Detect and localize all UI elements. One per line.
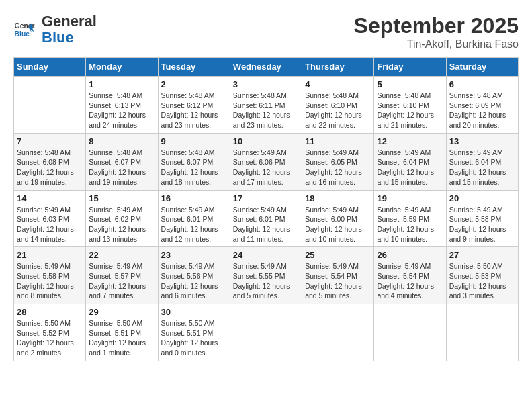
calendar-cell — [446, 304, 518, 361]
day-info: Sunrise: 5:49 AM Sunset: 6:04 PM Dayligh… — [449, 148, 515, 187]
calendar-header-row: SundayMondayTuesdayWednesdayThursdayFrid… — [14, 58, 519, 77]
calendar-cell: 17Sunrise: 5:49 AM Sunset: 6:01 PM Dayli… — [230, 190, 302, 247]
day-info: Sunrise: 5:49 AM Sunset: 6:01 PM Dayligh… — [233, 205, 299, 244]
day-info: Sunrise: 5:50 AM Sunset: 5:53 PM Dayligh… — [449, 261, 515, 301]
calendar-cell: 10Sunrise: 5:49 AM Sunset: 6:06 PM Dayli… — [230, 133, 302, 190]
calendar-cell: 4Sunrise: 5:48 AM Sunset: 6:10 PM Daylig… — [302, 77, 374, 134]
day-number: 2 — [161, 79, 227, 89]
calendar-cell: 29Sunrise: 5:50 AM Sunset: 5:51 PM Dayli… — [86, 304, 158, 361]
calendar-cell: 15Sunrise: 5:49 AM Sunset: 6:02 PM Dayli… — [86, 190, 158, 247]
day-number: 13 — [449, 136, 515, 146]
day-number: 22 — [89, 250, 154, 260]
day-info: Sunrise: 5:48 AM Sunset: 6:10 PM Dayligh… — [377, 91, 443, 130]
day-info: Sunrise: 5:48 AM Sunset: 6:12 PM Dayligh… — [161, 91, 227, 130]
day-number: 30 — [161, 307, 227, 317]
day-number: 15 — [89, 193, 154, 203]
page-header: General Blue General Blue September 2025… — [13, 13, 519, 50]
calendar-cell: 11Sunrise: 5:49 AM Sunset: 6:05 PM Dayli… — [302, 133, 374, 190]
day-number: 28 — [17, 307, 83, 317]
calendar-cell: 5Sunrise: 5:48 AM Sunset: 6:10 PM Daylig… — [374, 77, 446, 134]
day-info: Sunrise: 5:48 AM Sunset: 6:11 PM Dayligh… — [233, 91, 299, 130]
day-number: 3 — [233, 79, 299, 89]
calendar-cell: 7Sunrise: 5:48 AM Sunset: 6:08 PM Daylig… — [14, 133, 86, 190]
day-info: Sunrise: 5:49 AM Sunset: 5:58 PM Dayligh… — [449, 205, 515, 244]
svg-text:Blue: Blue — [15, 30, 30, 38]
calendar-week-row: 28Sunrise: 5:50 AM Sunset: 5:52 PM Dayli… — [14, 304, 519, 361]
day-number: 4 — [305, 79, 371, 89]
logo: General Blue General Blue — [13, 13, 97, 46]
calendar-week-row: 7Sunrise: 5:48 AM Sunset: 6:08 PM Daylig… — [14, 133, 519, 190]
calendar-cell: 23Sunrise: 5:49 AM Sunset: 5:56 PM Dayli… — [158, 247, 230, 304]
day-number: 18 — [305, 193, 371, 203]
day-info: Sunrise: 5:48 AM Sunset: 6:07 PM Dayligh… — [89, 148, 154, 187]
day-info: Sunrise: 5:48 AM Sunset: 6:07 PM Dayligh… — [161, 148, 227, 187]
day-number: 14 — [17, 193, 83, 203]
day-info: Sunrise: 5:50 AM Sunset: 5:51 PM Dayligh… — [161, 318, 227, 358]
day-info: Sunrise: 5:48 AM Sunset: 6:13 PM Dayligh… — [89, 91, 154, 130]
day-info: Sunrise: 5:49 AM Sunset: 6:00 PM Dayligh… — [305, 205, 371, 244]
calendar-cell: 13Sunrise: 5:49 AM Sunset: 6:04 PM Dayli… — [446, 133, 518, 190]
day-info: Sunrise: 5:50 AM Sunset: 5:51 PM Dayligh… — [89, 318, 154, 358]
day-info: Sunrise: 5:49 AM Sunset: 5:57 PM Dayligh… — [89, 261, 154, 301]
day-number: 1 — [89, 79, 154, 89]
day-info: Sunrise: 5:50 AM Sunset: 5:52 PM Dayligh… — [17, 318, 83, 358]
day-number: 5 — [377, 79, 443, 89]
calendar-cell: 12Sunrise: 5:49 AM Sunset: 6:04 PM Dayli… — [374, 133, 446, 190]
calendar-cell — [230, 304, 302, 361]
day-of-week-header: Monday — [86, 58, 158, 77]
day-info: Sunrise: 5:49 AM Sunset: 5:58 PM Dayligh… — [17, 261, 83, 301]
day-info: Sunrise: 5:49 AM Sunset: 6:01 PM Dayligh… — [161, 205, 227, 244]
day-number: 6 — [449, 79, 515, 89]
logo-text-blue: Blue — [42, 30, 97, 46]
day-of-week-header: Friday — [374, 58, 446, 77]
location-title: Tin-Akoff, Burkina Faso — [354, 38, 519, 50]
day-info: Sunrise: 5:49 AM Sunset: 5:56 PM Dayligh… — [161, 261, 227, 301]
day-info: Sunrise: 5:49 AM Sunset: 5:55 PM Dayligh… — [233, 261, 299, 301]
day-info: Sunrise: 5:48 AM Sunset: 6:10 PM Dayligh… — [305, 91, 371, 130]
day-number: 7 — [17, 136, 83, 146]
day-number: 26 — [377, 250, 443, 260]
logo-icon: General Blue — [13, 19, 35, 40]
day-number: 16 — [161, 193, 227, 203]
calendar-cell: 26Sunrise: 5:49 AM Sunset: 5:54 PM Dayli… — [374, 247, 446, 304]
day-info: Sunrise: 5:48 AM Sunset: 6:08 PM Dayligh… — [17, 148, 83, 187]
calendar-cell: 24Sunrise: 5:49 AM Sunset: 5:55 PM Dayli… — [230, 247, 302, 304]
day-number: 8 — [89, 136, 154, 146]
day-number: 10 — [233, 136, 299, 146]
calendar-cell: 21Sunrise: 5:49 AM Sunset: 5:58 PM Dayli… — [14, 247, 86, 304]
calendar-cell — [302, 304, 374, 361]
day-number: 9 — [161, 136, 227, 146]
day-number: 12 — [377, 136, 443, 146]
day-number: 19 — [377, 193, 443, 203]
calendar-table: SundayMondayTuesdayWednesdayThursdayFrid… — [13, 57, 519, 361]
day-info: Sunrise: 5:49 AM Sunset: 6:03 PM Dayligh… — [17, 205, 83, 244]
calendar-cell: 28Sunrise: 5:50 AM Sunset: 5:52 PM Dayli… — [14, 304, 86, 361]
day-info: Sunrise: 5:49 AM Sunset: 5:54 PM Dayligh… — [377, 261, 443, 301]
calendar-cell: 6Sunrise: 5:48 AM Sunset: 6:09 PM Daylig… — [446, 77, 518, 134]
day-number: 29 — [89, 307, 154, 317]
calendar-cell — [374, 304, 446, 361]
title-block: September 2025 Tin-Akoff, Burkina Faso — [354, 13, 519, 50]
day-of-week-header: Wednesday — [230, 58, 302, 77]
calendar-cell: 16Sunrise: 5:49 AM Sunset: 6:01 PM Dayli… — [158, 190, 230, 247]
calendar-cell: 30Sunrise: 5:50 AM Sunset: 5:51 PM Dayli… — [158, 304, 230, 361]
day-of-week-header: Sunday — [14, 58, 86, 77]
calendar-cell: 2Sunrise: 5:48 AM Sunset: 6:12 PM Daylig… — [158, 77, 230, 134]
day-info: Sunrise: 5:48 AM Sunset: 6:09 PM Dayligh… — [449, 91, 515, 130]
calendar-cell: 19Sunrise: 5:49 AM Sunset: 5:59 PM Dayli… — [374, 190, 446, 247]
day-number: 11 — [305, 136, 371, 146]
calendar-cell: 20Sunrise: 5:49 AM Sunset: 5:58 PM Dayli… — [446, 190, 518, 247]
day-info: Sunrise: 5:49 AM Sunset: 6:06 PM Dayligh… — [233, 148, 299, 187]
month-title: September 2025 — [354, 13, 519, 38]
day-number: 21 — [17, 250, 83, 260]
day-number: 17 — [233, 193, 299, 203]
calendar-week-row: 14Sunrise: 5:49 AM Sunset: 6:03 PM Dayli… — [14, 190, 519, 247]
day-number: 25 — [305, 250, 371, 260]
day-info: Sunrise: 5:49 AM Sunset: 6:04 PM Dayligh… — [377, 148, 443, 187]
day-number: 20 — [449, 193, 515, 203]
calendar-cell: 9Sunrise: 5:48 AM Sunset: 6:07 PM Daylig… — [158, 133, 230, 190]
day-info: Sunrise: 5:49 AM Sunset: 5:59 PM Dayligh… — [377, 205, 443, 244]
calendar-cell: 14Sunrise: 5:49 AM Sunset: 6:03 PM Dayli… — [14, 190, 86, 247]
calendar-cell: 27Sunrise: 5:50 AM Sunset: 5:53 PM Dayli… — [446, 247, 518, 304]
calendar-cell: 18Sunrise: 5:49 AM Sunset: 6:00 PM Dayli… — [302, 190, 374, 247]
